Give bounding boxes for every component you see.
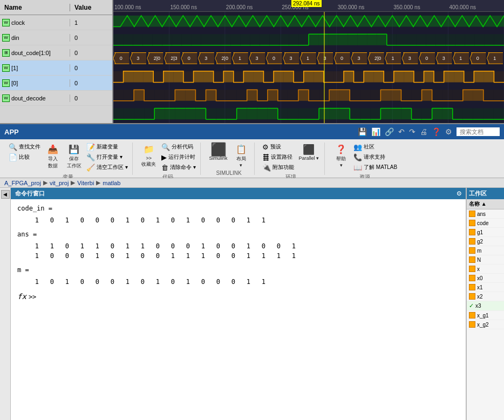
m-row: 1 0 1 0 0 0 1 0 1 0 1 0 0: [28, 277, 459, 287]
parallel-icon: ⬛: [303, 144, 315, 155]
variable-buttons: 🔍 查找文件 📄 比较 📥 导入数据 💾 保存工作区: [8, 143, 129, 172]
expand-cmd-icon[interactable]: ⊙: [457, 190, 461, 197]
save-icon[interactable]: 💾: [358, 127, 367, 136]
workspace-item-x[interactable]: x: [467, 265, 504, 274]
support-label: 请求支持: [364, 153, 385, 161]
workspace-item-name: x1: [477, 284, 483, 290]
set-path-button[interactable]: 🛤 设置路径: [261, 153, 295, 162]
time-label-5: 350.000 ns: [393, 4, 420, 10]
settings-icon[interactable]: ⚙: [445, 127, 452, 136]
workspace-item-m[interactable]: m: [467, 246, 504, 255]
ans-matrix: → 1 1 0 1 1 0 1 1 0 0 0: [28, 241, 459, 261]
signal-label-2: dout_code[1:0]: [11, 50, 51, 56]
undo-icon[interactable]: ↶: [398, 127, 405, 136]
workspace-item-code[interactable]: code: [467, 219, 504, 228]
parallel-button[interactable]: ⬛ Parallel ▾: [297, 143, 322, 162]
command-window-title: 命令行窗口: [15, 189, 45, 198]
signal-value-4: 0: [70, 80, 82, 86]
workspace-item-x0[interactable]: x0: [467, 274, 504, 283]
clear-ws-button[interactable]: 🧹 清空工作区 ▾: [85, 163, 129, 172]
signal-row-dout_decode[interactable]: Wdout_decode0: [0, 91, 112, 106]
workspace-item-g1[interactable]: g1: [467, 228, 504, 237]
workspace-header: 工作区: [467, 188, 504, 199]
simulink-group-label: SIMULINK: [216, 170, 241, 176]
community-label: 社区: [364, 143, 374, 151]
matlab-section: APP 💾 📊 🔗 ↶ ↷ 🖨 ❓ ⚙ 🔍 查找文件: [0, 124, 504, 420]
compare-icon: 📄: [9, 153, 17, 161]
add-features-button[interactable]: 🔌 附加功能: [261, 163, 295, 172]
new-var-button[interactable]: 📝 新建变量: [85, 143, 129, 152]
path-label: 设置路径: [271, 153, 292, 161]
signal-row-dout_code10[interactable]: ⊞dout_code[1:0]0: [0, 45, 112, 60]
signal-row-clock[interactable]: Wclock1: [0, 15, 112, 30]
signal-icon-0: W: [2, 19, 10, 26]
help-icon[interactable]: ❓: [432, 127, 441, 136]
breadcrumb-fpga[interactable]: A_FPGA_proj: [4, 180, 41, 186]
analyze-label: 分析代码: [172, 143, 193, 151]
signal-icon-3: W: [2, 64, 10, 72]
signal-value-5: 0: [70, 95, 82, 101]
variable-col-2: 📝 新建变量 🔧 打开变量 ▾ 🧹 清空工作区 ▾: [85, 143, 129, 172]
workspace-item-icon: [469, 238, 475, 245]
workspace-item-x_g1[interactable]: x_g1: [467, 311, 504, 320]
find-file-button[interactable]: 🔍 查找文件: [8, 143, 42, 152]
community-button[interactable]: 👥 社区: [352, 143, 398, 152]
sep3: ▶: [96, 179, 100, 186]
sep2: ▶: [71, 179, 75, 186]
link-icon[interactable]: 🔗: [385, 127, 394, 136]
signal-icon-5: W: [2, 94, 10, 102]
search-docs-input[interactable]: [457, 127, 500, 136]
time-ruler: 292.084 ns 100.000 ns150.000 ns200.000 n…: [113, 0, 504, 12]
workspace-item-ans[interactable]: ans: [467, 209, 504, 219]
workspace-item-icon: [469, 266, 475, 272]
simulink-button[interactable]: ⬛ Simulink: [207, 143, 230, 162]
cmd-prompt[interactable]: fx >>: [17, 291, 459, 302]
workspace-item-g2[interactable]: g2: [467, 237, 504, 246]
breadcrumb-vit[interactable]: vit_proj: [50, 180, 69, 186]
analyze-code-button[interactable]: 🔍 分析代码: [160, 143, 197, 152]
compare-button[interactable]: 📄 比较: [8, 153, 42, 162]
ans-label: ans =: [17, 229, 459, 239]
code-in-matrix: 1 0 1 0 0 0 1 0 1 0 1 0 0: [28, 215, 459, 225]
resource-buttons: ❓ 帮助▾ 👥 社区 📞 请求支持 📖 了解 MATLAB: [331, 143, 398, 172]
signal-row-1[interactable]: W[1]0: [0, 60, 112, 76]
signal-name-1: Wdin: [0, 34, 70, 42]
request-support-button[interactable]: 📞 请求支持: [352, 153, 398, 162]
workspace-item-x_g2[interactable]: x_g2: [467, 320, 504, 329]
learn-matlab-button[interactable]: 📖 了解 MATLAB: [352, 163, 398, 172]
checkmark-icon: ✓: [469, 302, 474, 309]
breadcrumb-viterbi[interactable]: Viterbi: [77, 180, 94, 186]
find-file-icon: 🔍: [9, 143, 17, 151]
import-data-button[interactable]: 📥 导入数据: [43, 143, 63, 171]
clear-cmd-button[interactable]: 🗑 清除命令 ▾: [160, 163, 197, 172]
simulink-label: Simulink: [209, 155, 228, 161]
open-var-button[interactable]: 🔧 打开变量 ▾: [85, 153, 129, 162]
workspace-item-N[interactable]: N: [467, 255, 504, 265]
matlab-titlebar: APP 💾 📊 🔗 ↶ ↷ 🖨 ❓ ⚙: [0, 124, 504, 139]
workspace-item-name: m: [477, 248, 481, 254]
toolbar-group-env: ⚙ 预设 🛤 设置路径 🔌 附加功能 ⬛ Parallel ▾: [258, 143, 325, 175]
signal-row-0[interactable]: W[0]0: [0, 76, 112, 91]
run-timer-button[interactable]: ▶ 运行并计时: [160, 153, 197, 162]
workspace-item-x2[interactable]: x2: [467, 292, 504, 301]
help-button[interactable]: ❓ 帮助▾: [331, 143, 351, 169]
redo-icon[interactable]: ↷: [409, 127, 416, 136]
ans-section: ans = → 1 1 0 1 1 0 1 1 0: [17, 229, 459, 261]
layout-button[interactable]: 📋 布局▾: [231, 143, 251, 169]
command-window-body[interactable]: code_in = 1 0 1 0 0 0 1 0 1 0: [11, 199, 466, 420]
signal-label-1: din: [11, 35, 19, 41]
ans-row-1: 1 1 0 1 1 0 1 1 0 0 0 1 0: [28, 241, 459, 251]
collapse-button[interactable]: ◀: [1, 190, 10, 199]
clear-ws-label: 清空工作区 ▾: [97, 164, 128, 171]
workspace-item-x3[interactable]: ✓x3: [467, 301, 504, 311]
favorites-label: >>收藏夹: [141, 155, 156, 168]
print-icon[interactable]: 🖨: [420, 127, 427, 136]
workspace-item-x1[interactable]: x1: [467, 283, 504, 292]
breadcrumb-matlab[interactable]: matlab: [103, 180, 120, 186]
signal-row-din[interactable]: Wdin0: [0, 30, 112, 45]
preferences-button[interactable]: ⚙ 预设: [261, 143, 295, 152]
favorites-button[interactable]: 📁 >>收藏夹: [139, 143, 159, 169]
chart-icon[interactable]: 📊: [371, 127, 380, 136]
feat-icon: 🔌: [262, 164, 271, 172]
save-workspace-button[interactable]: 💾 保存工作区: [64, 143, 84, 171]
